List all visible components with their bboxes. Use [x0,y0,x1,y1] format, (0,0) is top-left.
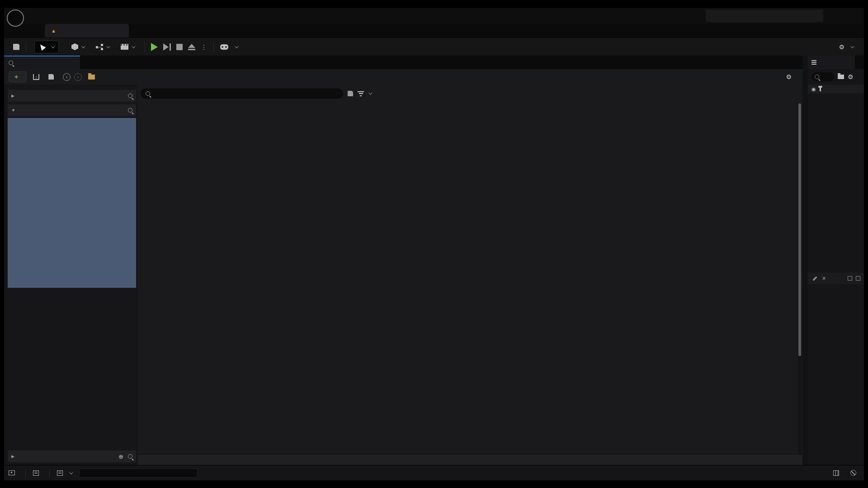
cmd-dropdown[interactable] [57,470,72,476]
search-icon [815,75,819,79]
browser-icon [9,61,13,65]
search-icon [146,91,150,96]
window-title [706,9,823,22]
search-icon[interactable] [128,94,132,98]
chevron-down-icon [69,470,73,474]
floppy-icon [48,74,54,80]
save-all-button[interactable] [48,74,57,80]
chevron-down-icon [850,44,854,48]
step-forward-icon [163,43,171,51]
console-icon [57,470,63,476]
select-mode-dropdown[interactable] [34,41,59,53]
blueprints-button[interactable] [93,44,112,50]
panel-icon[interactable] [848,276,852,281]
grid-scrollbar[interactable] [798,103,802,454]
search-icon[interactable] [128,454,132,459]
outliner-icon [811,60,816,65]
forward-button[interactable]: › [74,73,82,81]
toolbar-separator [144,42,145,52]
console-command-input[interactable] [79,469,198,478]
frame-skip-button[interactable] [160,43,174,51]
minimize-button[interactable] [819,10,831,22]
level-tab-strip: ▲ [4,24,864,38]
title-bar [4,8,864,24]
statusbar-separator [49,469,50,477]
unreal-logo-icon [7,9,24,27]
project-root-header[interactable]: ▼ [8,104,136,116]
add-actor-button[interactable]: + [69,43,87,50]
chevron-down-icon: ▼ [11,108,15,113]
play-button[interactable] [148,43,160,51]
scrollbar-thumb[interactable] [798,103,801,356]
stop-button[interactable] [174,44,185,50]
folder-tree [8,118,136,288]
source-control-button[interactable] [850,470,859,476]
output-log-icon [33,470,39,476]
cinematics-button[interactable] [118,44,137,50]
ue-editor-window: ▲ + ⋮ [4,7,864,481]
visibility-eye-icon[interactable]: ◉ [811,86,816,92]
breadcrumb [88,75,99,80]
browser-settings-button[interactable]: ⚙ [786,73,798,80]
outliner-tab[interactable] [808,56,855,69]
back-button[interactable]: ‹ [63,73,71,81]
statusbar-separator [25,469,26,477]
panel-icon[interactable] [856,276,860,281]
pin-icon[interactable] [820,87,821,91]
asset-search-input[interactable] [141,89,343,99]
create-folder-icon[interactable] [838,75,844,79]
save-search-icon[interactable] [348,91,353,96]
output-log-button[interactable] [33,470,42,476]
play-options-button[interactable]: ⋮ [198,43,210,51]
items-count-bar [138,454,802,466]
save-level-button[interactable] [10,44,22,50]
content-browser-tab-bar [4,56,802,69]
add-collection-icon[interactable]: ⊕ [118,453,123,460]
gear-icon: ⚙ [786,73,792,80]
chevron-down-icon [81,44,85,48]
settings-dropdown[interactable]: ⚙ [836,43,856,51]
content-drawer-button[interactable] [9,470,18,475]
content-browser-toolbar: + ↓ ‹ › ⚙ [4,69,802,84]
floppy-icon [13,44,19,50]
maximize-button[interactable] [834,10,847,22]
chevron-down-icon[interactable] [368,91,372,94]
gamepad-icon [220,44,228,50]
cursor-icon [38,43,46,51]
content-browser-panel: + ↓ ‹ › ⚙ [4,56,802,466]
cube-plus-icon: + [71,43,78,50]
derived-data-button[interactable] [833,470,842,476]
import-icon: ↓ [33,74,39,80]
gear-icon: ⚙ [839,43,844,51]
add-button[interactable]: + [9,71,27,82]
play-icon [151,43,158,51]
details-toolbar: ✕ [808,272,864,284]
toolbar-separator [213,42,214,52]
outliner-search-input[interactable] [811,72,834,81]
content-browser-tab[interactable] [4,56,80,69]
search-icon[interactable] [128,108,132,113]
gear-icon[interactable]: ⚙ [848,73,854,80]
plus-icon: + [14,73,18,80]
level-tab-untitled[interactable]: ▲ [45,24,129,38]
clapperboard-icon [121,44,128,50]
window-controls [819,8,862,24]
outliner-tab-bar [808,56,864,69]
import-button[interactable]: ↓ [33,74,42,80]
collections-header[interactable]: ▶ ⊕ [8,450,136,462]
edit-icon[interactable] [813,276,817,281]
eject-button[interactable] [185,44,198,50]
close-button[interactable] [849,10,862,22]
toolbar-separator [26,42,26,52]
favorites-header[interactable]: ▶ [8,90,136,102]
filter-icon[interactable] [358,91,364,96]
chevron-down-icon [106,44,110,48]
main-toolbar: + ⋮ ⚙ [4,38,864,56]
source-control-off-icon [850,470,856,476]
asset-view [138,84,802,466]
clear-icon[interactable]: ✕ [822,276,826,282]
outliner-panel: ⚙ ◉ ✕ [808,56,864,466]
chevron-down-icon [235,44,238,48]
platforms-dropdown[interactable] [217,44,240,50]
stop-icon [176,44,183,50]
